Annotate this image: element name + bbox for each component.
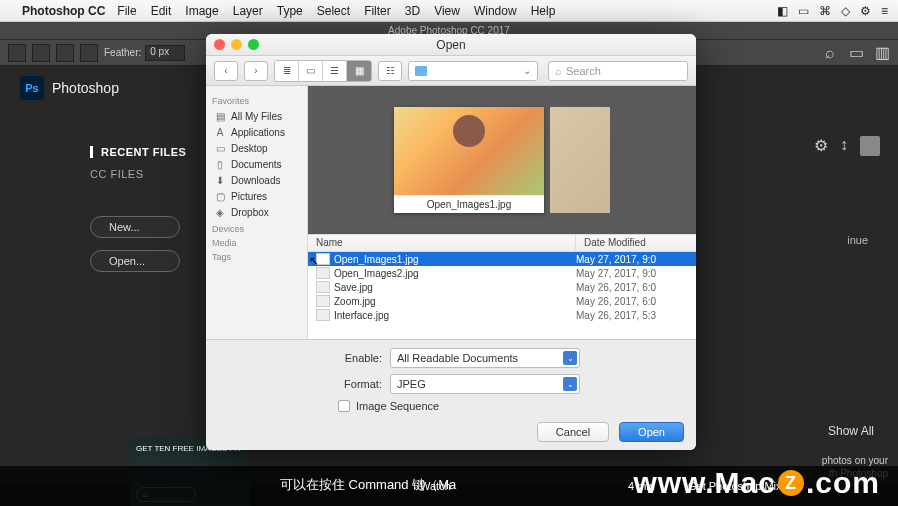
view-icon-coverflow[interactable]: ▦ xyxy=(347,61,371,81)
sidebar-section-favorites: Favorites xyxy=(212,96,301,106)
status-icon[interactable]: ≡ xyxy=(881,4,888,18)
gear-icon[interactable]: ⚙ xyxy=(814,136,828,156)
sidebar-item-dropbox[interactable]: ◈Dropbox xyxy=(210,204,303,220)
back-button[interactable]: ‹ xyxy=(214,61,238,81)
open-confirm-button[interactable]: Open xyxy=(619,422,684,442)
menu-view[interactable]: View xyxy=(434,4,460,18)
forward-button[interactable]: › xyxy=(244,61,268,81)
menu-type[interactable]: Type xyxy=(277,4,303,18)
status-icon[interactable]: ▭ xyxy=(798,4,809,18)
open-dialog: Open ‹ › ≣ ▭ ☰ ▦ ☷ ⌄ ⌕ Search Favorites … xyxy=(206,34,696,450)
file-list-header: Name Date Modified xyxy=(308,234,696,252)
share-icon[interactable]: ▭ xyxy=(848,45,864,61)
status-icon[interactable]: ⚙ xyxy=(860,4,871,18)
shape-mode-icon[interactable] xyxy=(80,44,98,62)
format-select[interactable]: JPEG⌄ xyxy=(390,374,580,394)
status-icon[interactable]: ⌘ xyxy=(819,4,831,18)
finder-sidebar: Favorites ▤All My Files AApplications ▭D… xyxy=(206,86,308,339)
marquee-tool-icon[interactable] xyxy=(8,44,26,62)
search-input[interactable]: ⌕ Search xyxy=(548,61,688,81)
preview-thumbnail-next[interactable] xyxy=(550,107,610,213)
status-icon[interactable]: ◧ xyxy=(777,4,788,18)
subtitle-text: 可以在按住 Command 键（Ma xyxy=(280,476,456,494)
jpg-icon xyxy=(316,253,330,265)
minimize-icon[interactable] xyxy=(231,39,242,50)
file-row[interactable]: Open_Images2.jpgMay 27, 2017, 9:0 xyxy=(308,266,696,280)
dialog-bottom: Enable: All Readable Documents⌄ Format: … xyxy=(206,339,696,450)
menu-file[interactable]: File xyxy=(117,4,136,18)
sidebar-item-downloads[interactable]: ⬇Downloads xyxy=(210,172,303,188)
status-icon[interactable]: ◇ xyxy=(841,4,850,18)
mac-menubar: Photoshop CC File Edit Image Layer Type … xyxy=(0,0,898,22)
menu-image[interactable]: Image xyxy=(185,4,218,18)
applications-icon: A xyxy=(213,126,227,138)
menu-help[interactable]: Help xyxy=(531,4,556,18)
jpg-icon xyxy=(316,309,330,321)
shape-mode-icon[interactable] xyxy=(56,44,74,62)
file-row[interactable]: Open_Images1.jpgMay 27, 2017, 9:0 xyxy=(308,252,696,266)
sidebar-item-desktop[interactable]: ▭Desktop xyxy=(210,140,303,156)
open-button[interactable]: Open... xyxy=(90,250,180,272)
menu-3d[interactable]: 3D xyxy=(405,4,420,18)
menu-filter[interactable]: Filter xyxy=(364,4,391,18)
file-row[interactable]: Zoom.jpgMay 26, 2017, 6:0 xyxy=(308,294,696,308)
menu-layer[interactable]: Layer xyxy=(233,4,263,18)
menubar-status-icons: ◧ ▭ ⌘ ◇ ⚙ ≡ xyxy=(777,4,888,18)
sidebar-item-documents[interactable]: ▯Documents xyxy=(210,156,303,172)
folder-icon xyxy=(415,66,427,76)
feather-input[interactable]: 0 px xyxy=(145,45,185,61)
sidebar-item-applications[interactable]: AApplications xyxy=(210,124,303,140)
search-icon[interactable]: ⌕ xyxy=(822,45,838,61)
preview-thumbnail[interactable]: Open_Images1.jpg xyxy=(394,107,544,213)
show-all-link[interactable]: Show All xyxy=(828,424,874,438)
sidebar-item-pictures[interactable]: ▢Pictures xyxy=(210,188,303,204)
continue-label: inue xyxy=(847,234,868,246)
image-sequence-checkbox[interactable] xyxy=(338,400,350,412)
view-icon-grid[interactable]: ≣ xyxy=(275,61,299,81)
view-icon-list[interactable]: ▭ xyxy=(299,61,323,81)
dialog-toolbar: ‹ › ≣ ▭ ☰ ▦ ☷ ⌄ ⌕ Search xyxy=(206,56,696,86)
enable-select[interactable]: All Readable Documents⌄ xyxy=(390,348,580,368)
path-dropdown[interactable]: ⌄ xyxy=(408,61,538,81)
jpg-icon xyxy=(316,281,330,293)
close-icon[interactable] xyxy=(214,39,225,50)
workspace-icon[interactable]: ▥ xyxy=(874,45,890,61)
downloads-icon: ⬇ xyxy=(213,174,227,186)
file-row[interactable]: Save.jpgMay 26, 2017, 6:0 xyxy=(308,280,696,294)
feather-label: Feather: xyxy=(104,47,141,58)
group-button[interactable]: ☷ xyxy=(378,61,402,81)
shape-mode-icon[interactable] xyxy=(32,44,50,62)
format-label: Format: xyxy=(322,378,382,390)
coverflow-preview: Open_Images1.jpg xyxy=(308,86,696,234)
sidebar-item-allmyfiles[interactable]: ▤All My Files xyxy=(210,108,303,124)
menu-select[interactable]: Select xyxy=(317,4,350,18)
file-row[interactable]: Interface.jpgMay 26, 2017, 5:3 xyxy=(308,308,696,322)
new-button[interactable]: New... xyxy=(90,216,180,238)
dialog-titlebar: Open xyxy=(206,34,696,56)
menu-window[interactable]: Window xyxy=(474,4,517,18)
sort-icon[interactable]: ↕ xyxy=(840,136,848,156)
jpg-icon xyxy=(316,267,330,279)
traffic-lights xyxy=(214,39,259,50)
avatar[interactable] xyxy=(860,136,880,156)
dialog-title: Open xyxy=(436,38,465,52)
column-date[interactable]: Date Modified xyxy=(576,235,696,251)
jpg-icon xyxy=(316,295,330,307)
menu-edit[interactable]: Edit xyxy=(151,4,172,18)
column-name[interactable]: Name xyxy=(308,235,576,251)
menubar-app-name[interactable]: Photoshop CC xyxy=(22,4,105,18)
tab-cc-files[interactable]: CC FILES xyxy=(90,168,186,180)
view-icon-columns[interactable]: ☰ xyxy=(323,61,347,81)
image-sequence-label: Image Sequence xyxy=(356,400,439,412)
sidebar-section-media: Media xyxy=(212,238,301,248)
tab-recent-files[interactable]: RECENT FILES xyxy=(90,146,186,158)
zoom-icon[interactable] xyxy=(248,39,259,50)
chevron-down-icon: ⌄ xyxy=(563,377,577,391)
chevron-down-icon: ⌄ xyxy=(563,351,577,365)
sidebar-section-tags: Tags xyxy=(212,252,301,262)
thumbnail-image xyxy=(394,107,544,195)
thumbnail-caption: Open_Images1.jpg xyxy=(394,195,544,213)
desktop-icon: ▭ xyxy=(213,142,227,154)
view-mode-segment: ≣ ▭ ☰ ▦ xyxy=(274,60,372,82)
cancel-button[interactable]: Cancel xyxy=(537,422,609,442)
